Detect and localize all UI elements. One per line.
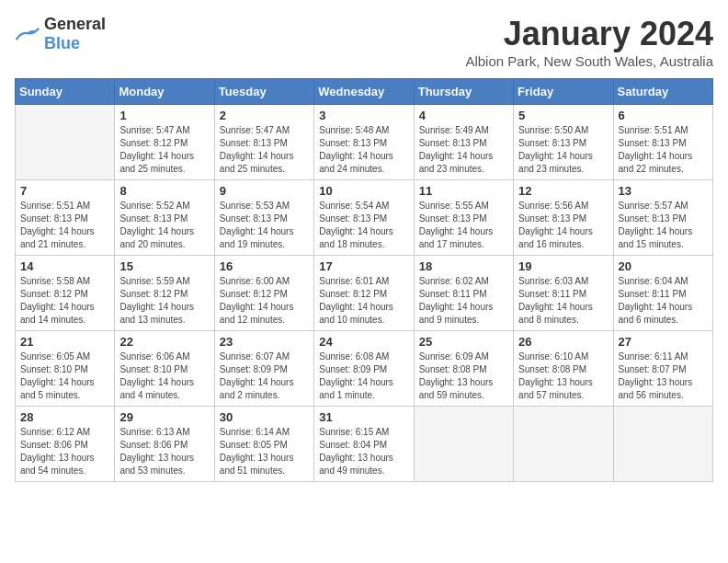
calendar-cell: 1Sunrise: 5:47 AM Sunset: 8:12 PM Daylig… <box>115 105 214 180</box>
calendar-cell: 21Sunrise: 6:05 AM Sunset: 8:10 PM Dayli… <box>16 331 115 407</box>
day-number: 11 <box>419 184 508 198</box>
day-number: 18 <box>419 259 508 273</box>
header-thursday: Thursday <box>414 79 513 105</box>
day-number: 27 <box>619 335 708 349</box>
day-info: Sunrise: 6:08 AM Sunset: 8:09 PM Dayligh… <box>319 350 408 402</box>
day-number: 9 <box>220 184 309 198</box>
day-number: 29 <box>119 410 209 424</box>
calendar-cell: 23Sunrise: 6:07 AM Sunset: 8:09 PM Dayli… <box>214 331 313 407</box>
day-number: 26 <box>518 335 608 349</box>
day-info: Sunrise: 5:49 AM Sunset: 8:13 PM Dayligh… <box>419 124 508 176</box>
calendar-cell: 6Sunrise: 5:51 AM Sunset: 8:13 PM Daylig… <box>613 105 712 180</box>
day-number: 10 <box>319 184 408 198</box>
calendar-cell: 10Sunrise: 5:54 AM Sunset: 8:13 PM Dayli… <box>314 180 414 256</box>
calendar-header-row: SundayMondayTuesdayWednesdayThursdayFrid… <box>16 79 713 105</box>
header-friday: Friday <box>514 79 613 105</box>
calendar-cell: 25Sunrise: 6:09 AM Sunset: 8:08 PM Dayli… <box>414 331 513 407</box>
day-number: 2 <box>220 109 309 122</box>
calendar-cell: 17Sunrise: 6:01 AM Sunset: 8:12 PM Dayli… <box>314 256 414 331</box>
day-info: Sunrise: 6:06 AM Sunset: 8:10 PM Dayligh… <box>119 350 209 402</box>
calendar-cell: 4Sunrise: 5:49 AM Sunset: 8:13 PM Daylig… <box>414 105 513 180</box>
calendar-cell: 7Sunrise: 5:51 AM Sunset: 8:13 PM Daylig… <box>16 180 115 256</box>
day-info: Sunrise: 5:57 AM Sunset: 8:13 PM Dayligh… <box>619 200 708 251</box>
day-info: Sunrise: 5:52 AM Sunset: 8:13 PM Dayligh… <box>119 200 209 251</box>
day-number: 7 <box>20 184 109 198</box>
day-info: Sunrise: 6:15 AM Sunset: 8:04 PM Dayligh… <box>319 426 408 477</box>
logo-general: General <box>44 15 106 33</box>
location-title: Albion Park, New South Wales, Australia <box>465 53 713 69</box>
day-info: Sunrise: 6:02 AM Sunset: 8:11 PM Dayligh… <box>419 275 508 327</box>
calendar-cell <box>514 407 613 482</box>
day-number: 31 <box>319 410 408 424</box>
month-title: January 2024 <box>465 15 713 53</box>
calendar-cell: 15Sunrise: 5:59 AM Sunset: 8:12 PM Dayli… <box>115 256 214 331</box>
calendar-cell: 19Sunrise: 6:03 AM Sunset: 8:11 PM Dayli… <box>514 256 613 331</box>
day-number: 19 <box>518 259 608 273</box>
day-info: Sunrise: 5:53 AM Sunset: 8:13 PM Dayligh… <box>220 200 309 251</box>
calendar-cell: 16Sunrise: 6:00 AM Sunset: 8:12 PM Dayli… <box>214 256 313 331</box>
title-area: January 2024 Albion Park, New South Wale… <box>465 15 713 69</box>
day-info: Sunrise: 5:56 AM Sunset: 8:13 PM Dayligh… <box>518 200 608 251</box>
calendar-cell: 13Sunrise: 5:57 AM Sunset: 8:13 PM Dayli… <box>613 180 712 256</box>
calendar-cell: 30Sunrise: 6:14 AM Sunset: 8:05 PM Dayli… <box>214 407 313 482</box>
calendar-week-3: 14Sunrise: 5:58 AM Sunset: 8:12 PM Dayli… <box>16 256 713 331</box>
day-info: Sunrise: 5:51 AM Sunset: 8:13 PM Dayligh… <box>619 124 708 176</box>
calendar-cell: 24Sunrise: 6:08 AM Sunset: 8:09 PM Dayli… <box>314 331 414 407</box>
header-saturday: Saturday <box>613 79 712 105</box>
day-info: Sunrise: 5:51 AM Sunset: 8:13 PM Dayligh… <box>20 200 109 251</box>
header-tuesday: Tuesday <box>214 79 313 105</box>
day-info: Sunrise: 5:59 AM Sunset: 8:12 PM Dayligh… <box>119 275 209 327</box>
calendar-cell: 11Sunrise: 5:55 AM Sunset: 8:13 PM Dayli… <box>414 180 513 256</box>
day-number: 22 <box>119 335 209 349</box>
day-info: Sunrise: 6:01 AM Sunset: 8:12 PM Dayligh… <box>319 275 408 327</box>
calendar-cell <box>414 407 513 482</box>
calendar-cell: 14Sunrise: 5:58 AM Sunset: 8:12 PM Dayli… <box>16 256 115 331</box>
day-info: Sunrise: 6:03 AM Sunset: 8:11 PM Dayligh… <box>518 275 608 327</box>
day-number: 3 <box>319 109 408 122</box>
day-number: 14 <box>20 259 109 273</box>
day-info: Sunrise: 5:48 AM Sunset: 8:13 PM Dayligh… <box>319 124 408 176</box>
day-number: 8 <box>119 184 209 198</box>
calendar-cell: 5Sunrise: 5:50 AM Sunset: 8:13 PM Daylig… <box>514 105 613 180</box>
day-number: 28 <box>20 410 109 424</box>
day-number: 13 <box>619 184 708 198</box>
calendar-cell <box>16 105 115 180</box>
logo: General Blue <box>15 15 106 53</box>
calendar-cell: 20Sunrise: 6:04 AM Sunset: 8:11 PM Dayli… <box>613 256 712 331</box>
day-number: 20 <box>619 259 708 273</box>
calendar-cell: 18Sunrise: 6:02 AM Sunset: 8:11 PM Dayli… <box>414 256 513 331</box>
calendar-cell: 12Sunrise: 5:56 AM Sunset: 8:13 PM Dayli… <box>514 180 613 256</box>
calendar-week-2: 7Sunrise: 5:51 AM Sunset: 8:13 PM Daylig… <box>16 180 713 256</box>
day-info: Sunrise: 6:12 AM Sunset: 8:06 PM Dayligh… <box>20 426 109 477</box>
logo-bird-icon <box>15 25 40 43</box>
calendar-cell: 26Sunrise: 6:10 AM Sunset: 8:08 PM Dayli… <box>514 331 613 407</box>
day-number: 23 <box>220 335 309 349</box>
calendar-cell: 2Sunrise: 5:47 AM Sunset: 8:13 PM Daylig… <box>214 105 313 180</box>
calendar-table: SundayMondayTuesdayWednesdayThursdayFrid… <box>15 78 713 482</box>
day-info: Sunrise: 5:54 AM Sunset: 8:13 PM Dayligh… <box>319 200 408 251</box>
header-monday: Monday <box>115 79 214 105</box>
calendar-cell: 29Sunrise: 6:13 AM Sunset: 8:06 PM Dayli… <box>115 407 214 482</box>
header: General Blue January 2024 Albion Park, N… <box>15 15 713 69</box>
calendar-cell: 3Sunrise: 5:48 AM Sunset: 8:13 PM Daylig… <box>314 105 414 180</box>
calendar-cell: 22Sunrise: 6:06 AM Sunset: 8:10 PM Dayli… <box>115 331 214 407</box>
day-number: 4 <box>419 109 508 122</box>
day-info: Sunrise: 6:14 AM Sunset: 8:05 PM Dayligh… <box>220 426 309 477</box>
day-number: 16 <box>220 259 309 273</box>
day-number: 1 <box>119 109 209 122</box>
calendar-week-1: 1Sunrise: 5:47 AM Sunset: 8:12 PM Daylig… <box>16 105 713 180</box>
day-number: 24 <box>319 335 408 349</box>
day-info: Sunrise: 5:58 AM Sunset: 8:12 PM Dayligh… <box>20 275 109 327</box>
day-number: 25 <box>419 335 508 349</box>
calendar-week-5: 28Sunrise: 6:12 AM Sunset: 8:06 PM Dayli… <box>16 407 713 482</box>
calendar-cell <box>613 407 712 482</box>
calendar-cell: 28Sunrise: 6:12 AM Sunset: 8:06 PM Dayli… <box>16 407 115 482</box>
day-number: 21 <box>20 335 109 349</box>
header-wednesday: Wednesday <box>314 79 414 105</box>
day-info: Sunrise: 5:55 AM Sunset: 8:13 PM Dayligh… <box>419 200 508 251</box>
logo-blue: Blue <box>44 34 80 52</box>
day-info: Sunrise: 6:09 AM Sunset: 8:08 PM Dayligh… <box>419 350 508 402</box>
day-number: 30 <box>220 410 309 424</box>
header-sunday: Sunday <box>16 79 115 105</box>
day-info: Sunrise: 6:13 AM Sunset: 8:06 PM Dayligh… <box>119 426 209 477</box>
